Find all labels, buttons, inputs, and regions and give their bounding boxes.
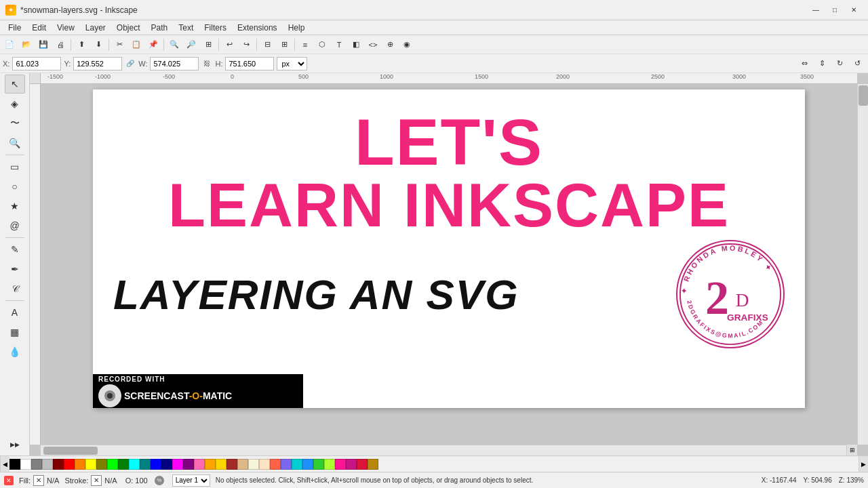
tweak-tool[interactable]: 〜 [5, 114, 25, 133]
rotate-cw-button[interactable]: ↻ [831, 56, 848, 71]
color-swatch[interactable] [75, 459, 85, 470]
vertical-scrollbar[interactable] [857, 84, 868, 445]
menu-item-file[interactable]: File [3, 20, 26, 35]
pencil-tool[interactable]: ✎ [5, 240, 25, 259]
color-swatch[interactable] [259, 459, 270, 470]
color-swatch[interactable] [194, 459, 205, 470]
color-swatch[interactable] [129, 459, 140, 470]
rotate-ccw-button[interactable]: ↺ [849, 56, 865, 71]
zoom-fit-button[interactable]: ⊞ [200, 37, 216, 52]
h-input[interactable] [225, 57, 274, 70]
calligraphy-tool[interactable]: 𝒞 [5, 279, 25, 298]
color-swatch[interactable] [161, 459, 172, 470]
paste-button[interactable]: 📌 [145, 37, 161, 52]
align-button[interactable]: ≡ [297, 37, 313, 52]
new-button[interactable]: 📄 [1, 37, 18, 52]
maximize-button[interactable]: □ [826, 3, 844, 17]
color-swatch[interactable] [302, 459, 313, 470]
dropper-tool[interactable]: 💧 [5, 342, 25, 361]
spiral-tool[interactable]: @ [5, 216, 25, 235]
menu-item-text[interactable]: Text [173, 20, 199, 35]
toggle-panel[interactable]: ▶▶ [5, 435, 25, 454]
x-input[interactable] [12, 57, 61, 70]
undo-button[interactable]: ↩ [221, 37, 237, 52]
flip-v-button[interactable]: ⇕ [814, 56, 830, 71]
save-button[interactable]: 💾 [35, 37, 52, 52]
color-swatch[interactable] [107, 459, 118, 470]
palette-scroll-left[interactable]: ◀ [0, 456, 9, 472]
color-swatch[interactable] [346, 459, 357, 470]
copy-button[interactable]: 📋 [128, 37, 144, 52]
color-swatch[interactable] [237, 459, 248, 470]
color-swatch[interactable] [335, 459, 346, 470]
color-swatch[interactable] [118, 459, 129, 470]
rect-tool[interactable]: ▭ [5, 157, 25, 176]
color-swatch[interactable] [281, 459, 292, 470]
export-button[interactable]: ⬇ [90, 37, 106, 52]
open-button[interactable]: 📂 [18, 37, 35, 52]
horizontal-scrollbar[interactable]: ⊞ [41, 445, 857, 455]
group-button[interactable]: ⊟ [259, 37, 275, 52]
cut-button[interactable]: ✂ [111, 37, 127, 52]
menu-item-object[interactable]: Object [111, 20, 146, 35]
zoom-in-button[interactable]: 🔍 [166, 37, 182, 52]
nodes-button[interactable]: ⬡ [314, 37, 330, 52]
color-swatch[interactable] [324, 459, 335, 470]
xml-editor-button[interactable]: <> [365, 37, 381, 52]
menu-item-path[interactable]: Path [146, 20, 174, 35]
object-properties-button[interactable]: ⊕ [382, 37, 398, 52]
color-swatch[interactable] [140, 459, 151, 470]
node-tool[interactable]: ◈ [5, 94, 25, 113]
print-button[interactable]: 🖨 [52, 37, 68, 52]
color-swatch[interactable] [357, 459, 368, 470]
import-button[interactable]: ⬆ [73, 37, 90, 52]
color-swatch[interactable] [85, 459, 96, 470]
y-input[interactable] [73, 57, 122, 70]
color-swatch[interactable] [313, 459, 324, 470]
color-swatch[interactable] [64, 459, 75, 470]
zoom-out-button[interactable]: 🔎 [183, 37, 199, 52]
minimize-button[interactable]: — [807, 3, 825, 17]
text-tool-button[interactable]: T [331, 37, 347, 52]
flip-h-button[interactable]: ⇔ [796, 56, 812, 71]
color-swatch[interactable] [20, 459, 31, 470]
zoom-tool[interactable]: 🔍 [5, 134, 25, 152]
menu-item-layer[interactable]: Layer [80, 20, 111, 35]
close-button[interactable]: ✕ [845, 3, 863, 17]
gradient-editor-button[interactable]: ◧ [348, 37, 364, 52]
gradient-tool[interactable]: ▦ [5, 323, 25, 342]
unit-select[interactable]: px mm in cm pt [277, 57, 307, 70]
w-input[interactable] [150, 57, 199, 70]
star-tool[interactable]: ★ [5, 197, 25, 216]
fill-stroke-button[interactable]: ◉ [399, 37, 415, 52]
color-swatch[interactable] [96, 459, 107, 470]
redo-button[interactable]: ↪ [238, 37, 254, 52]
color-swatch[interactable] [42, 459, 53, 470]
color-swatch[interactable] [9, 459, 20, 470]
color-swatch[interactable] [216, 459, 226, 470]
color-swatch[interactable] [172, 459, 183, 470]
menu-item-help[interactable]: Help [283, 20, 311, 35]
color-swatch[interactable] [53, 459, 64, 470]
palette-scroll-right[interactable]: ▶ [859, 456, 868, 472]
menu-item-edit[interactable]: Edit [26, 20, 52, 35]
color-swatch[interactable] [183, 459, 194, 470]
pen-tool[interactable]: ✒ [5, 260, 25, 279]
color-swatch[interactable] [270, 459, 281, 470]
menu-item-extensions[interactable]: Extensions [232, 20, 283, 35]
ungroup-button[interactable]: ⊞ [276, 37, 292, 52]
color-swatch[interactable] [205, 459, 216, 470]
select-tool[interactable]: ↖ [5, 75, 25, 94]
color-swatch[interactable] [292, 459, 302, 470]
color-swatch[interactable] [368, 459, 378, 470]
color-swatch[interactable] [248, 459, 259, 470]
color-swatch[interactable] [151, 459, 161, 470]
color-swatch[interactable] [31, 459, 42, 470]
layer-select[interactable]: Layer 1 [172, 474, 210, 487]
menu-item-filters[interactable]: Filters [199, 20, 232, 35]
canvas-area[interactable]: LET'S LEARN INKSCAPE LAYERING AN SVG [41, 84, 857, 445]
circle-tool[interactable]: ○ [5, 177, 25, 196]
color-swatch[interactable] [226, 459, 237, 470]
menu-item-view[interactable]: View [52, 20, 80, 35]
text-tool[interactable]: A [5, 303, 25, 322]
